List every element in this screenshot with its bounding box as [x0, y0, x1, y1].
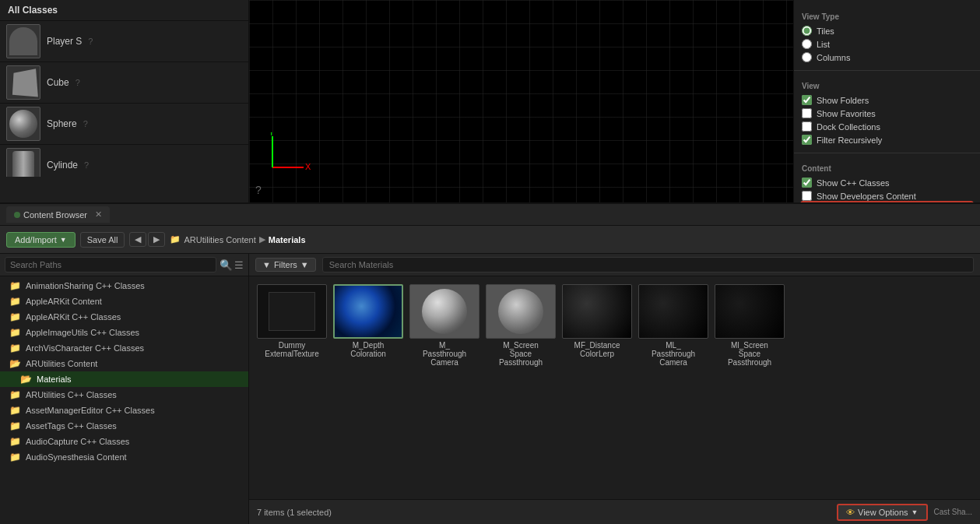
list-item[interactable]: Player S ?	[0, 21, 248, 62]
asset-thumb	[562, 284, 632, 339]
breadcrumb-arrow-icon: ▶	[259, 234, 265, 244]
folder-item[interactable]: 📁 AppleARKit C++ Classes	[0, 309, 248, 325]
show-favorites-checkbox[interactable]	[802, 108, 812, 118]
asset-item[interactable]: DummyExternalTexture	[257, 284, 327, 367]
right-panel: View Type Tiles List Columns View	[793, 0, 980, 202]
search-icon-button[interactable]: 🔍	[220, 259, 233, 271]
asset-item[interactable]: MF_DistanceColorLerp	[562, 284, 632, 367]
divider	[794, 153, 980, 153]
asset-thumb	[638, 284, 708, 339]
option-show-favorites[interactable]: Show Favorites	[802, 107, 972, 120]
option-columns[interactable]: Columns	[802, 51, 972, 64]
content-browser-tab[interactable]: Content Browser ✕	[6, 206, 110, 223]
tiles-radio[interactable]	[802, 26, 812, 36]
cb-footer: 7 items (1 selected) 👁 View Options ▼ Ca…	[249, 499, 980, 524]
folder-item[interactable]: 📁 AnimationSharing C++ Classes	[0, 278, 248, 294]
option-show-cpp[interactable]: Show C++ Classes	[802, 176, 972, 189]
asset-label: M_DepthColoration	[350, 341, 386, 358]
asset-label: DummyExternalTexture	[265, 341, 318, 358]
divider	[794, 70, 980, 71]
folder-label: AudioCapture C++ Classes	[26, 437, 129, 446]
asset-item[interactable]: Ml_ScreenSpacePassthrough	[715, 284, 785, 367]
folder-label: AppleImageUtils C++ Classes	[26, 328, 139, 337]
svg-text:X: X	[305, 162, 311, 171]
show-developers-checkbox[interactable]	[802, 191, 812, 201]
viewport: X Y ?	[249, 0, 793, 202]
show-cpp-checkbox[interactable]	[802, 178, 812, 188]
save-all-button[interactable]: Save All	[80, 232, 125, 248]
folder-sidebar: 🔍 ☰ 📁 AnimationSharing C++ Classes 📁 App…	[0, 254, 249, 524]
asset-item[interactable]: M_DepthColoration	[333, 284, 403, 367]
content-section: Content Show C++ Classes Show Developers…	[794, 156, 980, 202]
asset-thumb	[333, 284, 403, 339]
option-list[interactable]: List	[802, 37, 972, 51]
dock-collections-checkbox[interactable]	[802, 121, 812, 132]
asset-label: M_ScreenSpacePassthrough	[499, 341, 543, 367]
show-folders-checkbox[interactable]	[802, 95, 812, 105]
option-show-developers[interactable]: Show Developers Content	[802, 189, 972, 202]
option-filter-recursively[interactable]: Filter Recursively	[802, 133, 972, 146]
folder-label: ARUtilities Content	[26, 359, 97, 368]
object-list: Player S ? Cube ? Sphere ?	[0, 21, 248, 177]
add-import-button[interactable]: Add/Import ▼	[6, 232, 76, 248]
folder-label: AppleARKit C++ Classes	[26, 312, 121, 322]
folder-item[interactable]: 📁 ARUtilities C++ Classes	[0, 387, 248, 403]
breadcrumb: 📁 ARUtilities Content ▶ Materials	[170, 234, 305, 244]
viewport-help-icon: ?	[255, 184, 262, 196]
dropdown-arrow-icon: ▼	[912, 508, 919, 516]
asset-item[interactable]: ML_PassthroughCamera	[638, 284, 708, 367]
list-item[interactable]: Sphere ?	[0, 104, 248, 145]
list-item[interactable]: Cylinde ?	[0, 145, 248, 177]
cb-toolbar: Add/Import ▼ Save All ◀ ▶ 📁 ARUtilities …	[0, 226, 980, 254]
asset-preview	[269, 292, 315, 331]
search-paths-input[interactable]	[5, 257, 216, 273]
object-name: Sphere	[47, 118, 77, 129]
player-thumb	[6, 24, 40, 58]
folder-item[interactable]: 📁 ArchVisCharacter C++ Classes	[0, 340, 248, 356]
left-panel: All Classes Player S ? Cube ?	[0, 0, 249, 202]
filters-button[interactable]: ▼ Filters ▼	[255, 258, 316, 272]
folder-item[interactable]: 📁 AppleImageUtils C++ Classes	[0, 325, 248, 340]
forward-button[interactable]: ▶	[148, 232, 165, 247]
columns-radio[interactable]	[802, 52, 812, 62]
option-show-folders[interactable]: Show Folders	[802, 93, 972, 107]
asset-thumb	[257, 284, 327, 339]
folder-item[interactable]: 📂 Materials	[0, 371, 248, 387]
option-dock-collections[interactable]: Dock Collections	[802, 120, 972, 133]
option-tiles[interactable]: Tiles	[802, 24, 972, 37]
cb-main: 🔍 ☰ 📁 AnimationSharing C++ Classes 📁 App…	[0, 254, 980, 524]
top-area: All Classes Player S ? Cube ?	[0, 0, 980, 202]
back-button[interactable]: ◀	[129, 232, 146, 247]
help-icon: ?	[83, 119, 88, 128]
list-item[interactable]: Cube ?	[0, 62, 248, 104]
folder-label: Materials	[37, 375, 72, 384]
cube-thumb	[6, 65, 40, 100]
folder-item[interactable]: 📁 AssetManagerEditor C++ Classes	[0, 403, 248, 418]
folder-item[interactable]: 📁 AudioSynesthesia Content	[0, 449, 248, 465]
sphere-shape	[9, 110, 37, 138]
tab-label: Content Browser	[23, 210, 87, 220]
list-options-button[interactable]: ☰	[234, 259, 244, 271]
filter-recursively-checkbox[interactable]	[802, 135, 812, 145]
folder-item[interactable]: 📂 ARUtilities Content	[0, 356, 248, 371]
folder-item[interactable]: 📁 AssetTags C++ Classes	[0, 418, 248, 434]
list-radio[interactable]	[802, 39, 812, 49]
filter-dropdown-icon: ▼	[300, 260, 309, 269]
asset-item[interactable]: M_PassthroughCamera	[409, 284, 479, 367]
asset-item[interactable]: M_ScreenSpacePassthrough	[486, 284, 556, 367]
search-materials-input[interactable]	[322, 257, 974, 273]
folder-icon: 📁	[9, 420, 21, 431]
search-paths-bar: 🔍 ☰	[0, 254, 248, 276]
folder-item[interactable]: 📁 AppleARKit Content	[0, 294, 248, 309]
cube-shape	[12, 69, 38, 97]
breadcrumb-folder[interactable]: ARUtilities Content	[184, 235, 255, 244]
view-options-button[interactable]: 👁 View Options ▼	[837, 504, 928, 521]
help-icon: ?	[76, 78, 80, 87]
close-icon[interactable]: ✕	[95, 209, 102, 220]
content-browser: Content Browser ✕ Add/Import ▼ Save All …	[0, 202, 980, 524]
all-classes-label[interactable]: All Classes	[0, 0, 248, 21]
dropdown-arrow-icon: ▼	[60, 236, 67, 244]
asset-preview	[498, 289, 543, 334]
folder-icon: 📁	[9, 405, 21, 416]
folder-item[interactable]: 📁 AudioCapture C++ Classes	[0, 434, 248, 449]
